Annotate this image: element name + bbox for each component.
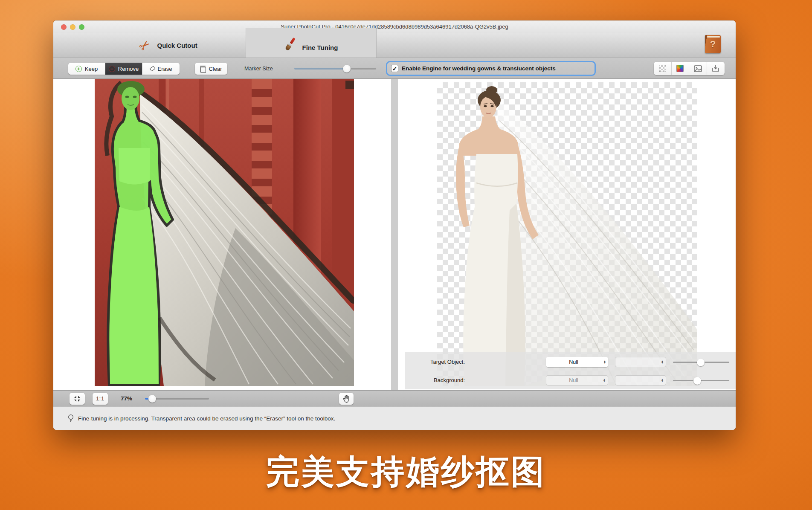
keep-plus-icon: + xyxy=(75,66,82,72)
hand-icon xyxy=(343,395,350,403)
color-background-button[interactable] xyxy=(672,62,690,75)
marketing-caption: 完美支持婚纱抠图 xyxy=(0,450,812,495)
background-row: Background: Null ▲▼ ▲▼ xyxy=(405,375,736,386)
fit-to-screen-icon xyxy=(74,395,81,402)
background-value: Null xyxy=(546,377,601,383)
keep-button[interactable]: + Keep xyxy=(68,63,105,75)
background-opacity-slider[interactable] xyxy=(673,380,729,381)
remove-minus-icon: − xyxy=(109,66,115,72)
erase-button[interactable]: Erase xyxy=(142,63,180,75)
tab-quick-cutout[interactable]: ✂ Quick Cutout xyxy=(104,33,232,58)
result-image-art xyxy=(437,82,697,386)
help-button[interactable]: ? xyxy=(705,35,721,53)
export-button[interactable] xyxy=(707,62,725,75)
paintbrush-icon xyxy=(281,35,299,53)
trash-icon xyxy=(200,66,206,72)
app-window: Super PhotoCut Pro - 0416c0c7de71dd28589… xyxy=(53,20,736,430)
color-background-icon xyxy=(676,65,684,72)
status-bar: Fine-tuning is in processing. Transparen… xyxy=(53,406,736,430)
keep-label: Keep xyxy=(85,66,98,72)
marker-size-label: Marker Size xyxy=(244,58,273,79)
target-object-value: Null xyxy=(546,359,601,365)
target-object-row: Target Object: Null ▲▼ ▲▼ xyxy=(405,356,736,368)
background-label: Background: xyxy=(409,375,465,386)
eraser-icon xyxy=(149,66,155,72)
marker-mode-segment: + Keep − Remove Erase xyxy=(68,63,180,75)
source-image-art xyxy=(95,79,354,386)
background-opacity-slider-thumb[interactable] xyxy=(693,377,701,385)
panel-divider xyxy=(391,79,398,390)
stepper-icon: ▲▼ xyxy=(659,360,666,364)
help-icon: ? xyxy=(710,39,716,50)
title-bar: Super PhotoCut Pro - 0416c0c7de71dd28589… xyxy=(53,20,736,33)
pan-tool-button[interactable] xyxy=(339,393,354,405)
marker-size-slider[interactable] xyxy=(294,68,376,70)
marker-size-slider-thumb[interactable] xyxy=(343,65,351,72)
target-opacity-slider-thumb[interactable] xyxy=(697,359,705,366)
object-settings-panel: Target Object: Null ▲▼ ▲▼ Background: Nu… xyxy=(405,352,736,389)
editor-content xyxy=(53,79,736,390)
zoom-slider-thumb[interactable] xyxy=(148,395,156,403)
target-object-select[interactable]: Null ▲▼ xyxy=(546,357,608,367)
tab-fine-tuning[interactable]: Fine Tuning xyxy=(246,28,377,58)
engine-checkbox[interactable]: ✓ xyxy=(391,65,398,72)
window-title: Super PhotoCut Pro - 0416c0c7de71dd28589… xyxy=(53,23,736,30)
target-opacity-slider[interactable] xyxy=(673,362,729,363)
erase-label: Erase xyxy=(158,66,172,72)
toolbar: + Keep − Remove Erase Clear Marker Size … xyxy=(53,58,736,79)
image-background-button[interactable] xyxy=(689,62,707,75)
zoom-bar: 1:1 77% xyxy=(53,390,736,406)
stepper-icon: ▲▼ xyxy=(659,379,666,382)
remove-label: Remove xyxy=(118,66,139,72)
source-image-canvas[interactable] xyxy=(95,79,354,386)
transparency-grid-icon xyxy=(659,65,666,72)
lightbulb-icon xyxy=(68,414,74,423)
target-object-label: Target Object: xyxy=(409,356,465,368)
export-icon xyxy=(712,65,719,72)
engine-checkbox-group[interactable]: ✓ Enable Engine for wedding gowns & tran… xyxy=(386,61,596,76)
image-background-icon xyxy=(694,65,702,72)
status-message: Fine-tuning is in processing. Transparen… xyxy=(78,415,335,422)
tab-fine-tuning-label: Fine Tuning xyxy=(302,44,338,51)
clear-label: Clear xyxy=(209,66,222,72)
stepper-icon: ▲▼ xyxy=(601,379,608,382)
scissors-icon: ✂ xyxy=(137,37,154,54)
target-secondary-select[interactable]: ▲▼ xyxy=(615,357,666,367)
zoom-level-value: 77% xyxy=(121,391,132,407)
engine-checkbox-label: Enable Engine for wedding gowns & transl… xyxy=(402,65,556,72)
tab-quick-cutout-label: Quick Cutout xyxy=(157,42,197,49)
remove-button[interactable]: − Remove xyxy=(105,63,142,75)
stepper-icon: ▲▼ xyxy=(601,360,608,364)
background-select[interactable]: Null ▲▼ xyxy=(546,375,608,385)
actual-size-button[interactable]: 1:1 xyxy=(93,393,108,405)
background-secondary-select[interactable]: ▲▼ xyxy=(615,375,666,385)
zoom-slider[interactable] xyxy=(145,398,209,400)
transparency-grid-button[interactable] xyxy=(654,62,672,75)
result-image-preview xyxy=(437,82,697,386)
view-mode-segment xyxy=(654,62,725,75)
fit-to-screen-button[interactable] xyxy=(70,393,85,405)
clear-button[interactable]: Clear xyxy=(195,63,227,75)
